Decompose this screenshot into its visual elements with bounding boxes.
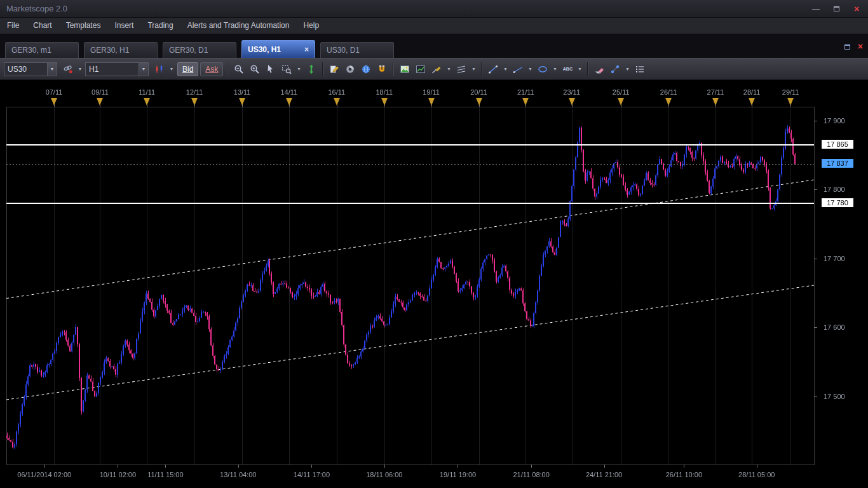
- chart-price-axis: 17 90017 80017 70017 60017 50017 86517 8…: [814, 80, 868, 488]
- zoom-out-button[interactable]: [231, 62, 247, 77]
- ellipse-icon: [538, 64, 548, 74]
- tab-ger30-d1[interactable]: GER30, D1: [163, 42, 236, 58]
- image-button[interactable]: [397, 62, 412, 77]
- restore-icon[interactable]: [831, 4, 841, 13]
- tab-us30-h1[interactable]: US30, H1 ×: [241, 40, 315, 58]
- trendline-dropdown-icon[interactable]: ▼: [501, 62, 509, 77]
- chart-panel: 07/1109/1111/1112/1113/1114/1116/1118/11…: [0, 80, 868, 488]
- tab-ger30-m1[interactable]: GER30, m1: [5, 42, 79, 58]
- draw-pencil-button[interactable]: [429, 62, 444, 77]
- price-level-badge: 17 780: [822, 198, 853, 207]
- link-charts-dropdown-icon[interactable]: ▼: [76, 62, 84, 77]
- cursor-button[interactable]: [263, 62, 278, 77]
- zoom-area-dropdown-icon[interactable]: ▼: [295, 62, 302, 77]
- alert-flag-icon[interactable]: [787, 98, 794, 105]
- menu-trading[interactable]: Trading: [140, 18, 180, 34]
- ray-line-tool-button[interactable]: [510, 62, 526, 77]
- zoom-out-icon: [234, 64, 244, 74]
- tab-ger30-h1[interactable]: GER30, H1: [84, 42, 158, 58]
- toolbar-separator: [393, 62, 394, 76]
- alert-flag-icon[interactable]: [381, 98, 388, 105]
- text-tool-button[interactable]: ABC: [560, 62, 575, 77]
- alert-flag-icon[interactable]: [665, 98, 672, 105]
- picture-icon: [400, 64, 410, 74]
- alert-flag-icon[interactable]: [144, 98, 150, 105]
- candlestick-chart[interactable]: [0, 80, 868, 488]
- annotation-button[interactable]: [327, 62, 342, 77]
- alert-flag-icon[interactable]: [286, 98, 292, 105]
- window-title: Marketscope 2.0: [6, 4, 67, 13]
- alert-flag-icon[interactable]: [522, 98, 529, 105]
- alert-flag-icon[interactable]: [476, 98, 482, 105]
- ray-line-dropdown-icon[interactable]: ▼: [526, 62, 534, 77]
- chart-toolbar: US30 ▼ ▼ H1 ▼ ▼ Bid Ask: [0, 58, 868, 80]
- trendline-tool-button[interactable]: [485, 62, 501, 77]
- close-icon[interactable]: ×: [851, 4, 862, 13]
- current-price-badge: 17 837: [822, 159, 853, 168]
- fit-vertical-icon: [306, 64, 316, 74]
- alert-flag-icon[interactable]: [51, 98, 57, 105]
- alert-flag-icon[interactable]: [569, 98, 575, 105]
- marker-tool-button[interactable]: [607, 62, 623, 77]
- symbol-dropdown-icon[interactable]: ▼: [47, 63, 57, 76]
- menu-file[interactable]: File: [0, 18, 26, 34]
- tab-close-icon[interactable]: ×: [304, 45, 309, 54]
- zoom-area-button[interactable]: [279, 62, 294, 77]
- menu-chart[interactable]: Chart: [26, 18, 58, 34]
- price-tick-label: 17 600: [824, 323, 845, 331]
- toolbar-separator: [227, 62, 228, 76]
- globe-button[interactable]: [358, 62, 374, 77]
- link-charts-button[interactable]: [60, 62, 76, 77]
- menu-help[interactable]: Help: [296, 18, 326, 34]
- ask-toggle[interactable]: Ask: [200, 62, 223, 76]
- chart-tab-strip: GER30, m1 GER30, H1 GER30, D1 US30, H1 ×…: [0, 34, 868, 58]
- tab-us30-d1[interactable]: US30, D1: [320, 42, 394, 58]
- menu-alerts-automation[interactable]: Alerts and Trading Automation: [180, 18, 297, 34]
- zoom-in-button[interactable]: [247, 62, 262, 77]
- donut-chart-button[interactable]: [342, 62, 358, 77]
- panel-restore-icon[interactable]: [844, 41, 850, 52]
- chain-link-icon: [63, 64, 73, 74]
- panel-close-icon[interactable]: ×: [858, 41, 863, 51]
- magnet-button[interactable]: [374, 62, 390, 77]
- alert-flag-icon[interactable]: [618, 98, 624, 105]
- period-combobox[interactable]: H1 ▼: [85, 62, 149, 76]
- menu-templates[interactable]: Templates: [59, 18, 108, 34]
- channel-tool-button[interactable]: [454, 62, 469, 77]
- menu-insert[interactable]: Insert: [107, 18, 140, 34]
- alert-flag-icon[interactable]: [191, 98, 198, 105]
- toolbar-separator: [322, 62, 323, 76]
- channel-tool-dropdown-icon[interactable]: ▼: [470, 62, 477, 77]
- price-tick-label: 17 800: [824, 186, 845, 193]
- indicator-chart-icon: [416, 64, 426, 74]
- period-dropdown-icon[interactable]: ▼: [139, 63, 148, 76]
- price-level-badge: 17 865: [822, 140, 853, 149]
- alert-flag-icon[interactable]: [334, 98, 340, 105]
- alert-flag-icon[interactable]: [712, 98, 719, 105]
- eraser-button[interactable]: [592, 62, 607, 77]
- symbol-combobox[interactable]: US30 ▼: [4, 62, 57, 76]
- alert-flag-icon[interactable]: [97, 98, 103, 105]
- toolbar-separator: [481, 62, 482, 76]
- bid-toggle[interactable]: Bid: [177, 62, 198, 76]
- chart-style-dropdown-icon[interactable]: ▼: [168, 62, 175, 77]
- draw-pencil-dropdown-icon[interactable]: ▼: [445, 62, 452, 77]
- alert-flag-icon[interactable]: [239, 98, 245, 105]
- eraser-icon: [594, 64, 604, 74]
- ellipse-dropdown-icon[interactable]: ▼: [551, 62, 559, 77]
- ray-line-icon: [513, 64, 523, 74]
- ellipse-tool-button[interactable]: [535, 62, 550, 77]
- alert-flag-icon[interactable]: [428, 98, 435, 105]
- list-icon: [635, 64, 645, 74]
- objects-list-button[interactable]: [632, 62, 648, 77]
- text-tool-dropdown-icon[interactable]: ▼: [576, 62, 583, 77]
- marker-tool-dropdown-icon[interactable]: ▼: [623, 62, 631, 77]
- price-tick-label: 17 500: [824, 393, 845, 400]
- price-tick-label: 17 700: [824, 255, 845, 262]
- chart-style-button[interactable]: [152, 62, 167, 77]
- indicator-window-button[interactable]: [413, 62, 428, 77]
- fit-vertical-button[interactable]: [304, 62, 319, 77]
- minimize-icon[interactable]: —: [811, 4, 821, 13]
- donut-icon: [345, 64, 355, 74]
- alert-flag-icon[interactable]: [749, 98, 755, 105]
